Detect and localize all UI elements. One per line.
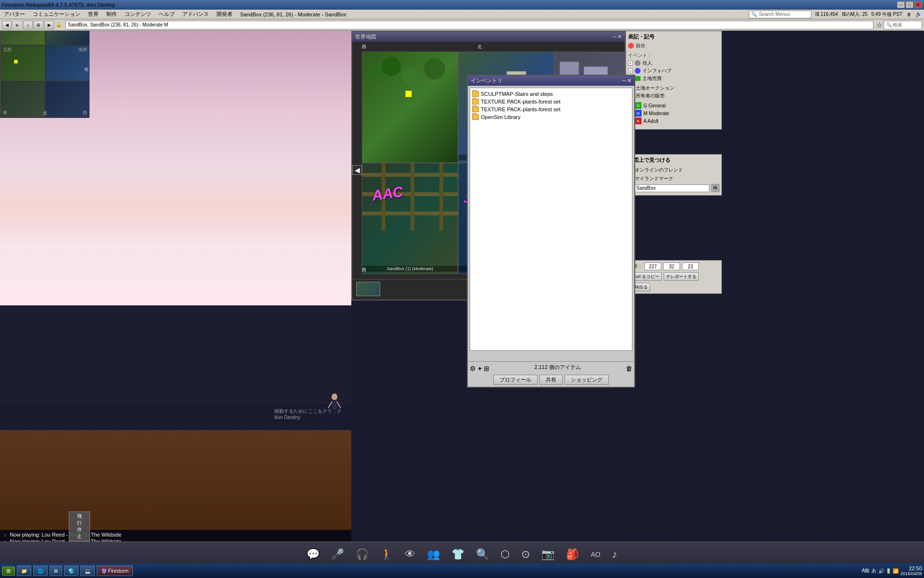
group-icon: 👥 [427,548,440,561]
search-menus-input[interactable]: 🔍 Search Menus [749,11,811,18]
menu-communication[interactable]: コミュニケーション [31,10,82,19]
legend-self: 自分 [628,42,719,49]
legend-self-section: 自分 [628,42,719,49]
inventory-close[interactable]: ✕ [627,78,631,84]
menu-advanced[interactable]: アドバンス [180,10,211,19]
profile-button[interactable]: プロフィール [493,375,538,385]
icon-mic[interactable]: 🎤 [331,548,344,561]
svg-rect-22 [439,163,443,231]
map-thumbnail[interactable] [356,282,380,296]
inventory-panel: インベントリ ─ ✕ SCULPTMAP-Stairs and steps TE… [467,75,635,388]
fly-stop-button[interactable]: 飛行停止 [69,512,90,541]
icon-walk[interactable]: 🚶 [380,548,393,561]
back-button[interactable]: ◀ [2,21,12,29]
inv-folder-3[interactable]: TEXTURE PACK-plants-forest set [472,105,630,113]
taskbar-ie[interactable]: 🌐 [33,565,48,576]
water-lines [0,206,351,405]
icon-search[interactable]: 🔍 [476,548,489,561]
folder-icon-1 [472,91,479,97]
forward-button[interactable]: ▶ [13,21,22,29]
inventory-toolbar: ⚙ + ⊞ 2,112 個のアイテム 🗑 [470,364,632,373]
search-input[interactable]: 🔍 検索 [884,21,922,29]
inv-folder-2[interactable]: TEXTURE PACK-plants-forest set [472,98,630,105]
restore-button[interactable]: □ [906,1,913,8]
inventory-minimize[interactable]: ─ [622,78,626,84]
search-icon: 🔍 [476,548,489,561]
menu-content[interactable]: コンテンツ [123,10,153,19]
sound-icon: ♪ [612,548,617,561]
close-button[interactable]: ✕ [914,1,922,8]
icon-shirt[interactable]: 👕 [451,548,464,561]
map-cell-1[interactable] [362,52,458,163]
inv-grid-icon[interactable]: ⊞ [484,365,489,372]
menu-avatar[interactable]: アバター [2,10,27,19]
taskbar-apps[interactable]: ⊞ [50,565,62,576]
inventory-title: インベントリ ─ ✕ [468,76,634,86]
menu-help[interactable]: ヘルプ [157,10,177,19]
menu-world[interactable]: 世界 [86,10,101,19]
icon-map[interactable]: ⬡ [500,548,510,561]
icon-snapshot[interactable]: 📷 [541,548,554,561]
taskbar-computer[interactable]: 💻 [80,565,95,576]
menu-location[interactable]: SandBox (236, 81, 26) - Moderate - SandB… [238,11,348,18]
find-sandbox: 検 [628,183,719,193]
coord-z[interactable] [682,263,699,270]
teleport-button[interactable]: テレポートする [664,272,699,281]
icon-chat[interactable]: 💬 [307,548,320,561]
bookmark-add-button[interactable]: ⊞ [34,21,43,29]
icon-ao[interactable]: AO [590,551,600,558]
win-clock: 22:50 2016/04/05 [900,565,922,576]
icon-eye[interactable]: 👁 [405,548,415,561]
coord-x[interactable] [644,263,661,270]
inventory-content[interactable]: SCULPTMAP-Stairs and steps TEXTURE PACK-… [470,88,632,351]
address-bar[interactable]: SandBox, SandBox (236, 81, 26) - Moderat… [65,21,873,29]
inv-action-buttons: プロフィール 共有 ショッピング [470,375,632,385]
icon-sound[interactable]: ♪ [612,548,617,561]
taskbar-explorer[interactable]: 📁 [17,565,31,576]
svg-line-2 [328,402,332,408]
teleport-button[interactable]: ▶ [44,21,54,29]
find-sandbox-input[interactable] [635,184,709,192]
taskbar-firestorm[interactable]: 🔮 Firestorm [97,565,133,576]
legend-infohub: ✓ インフォハブ [628,67,719,74]
residents-dot [635,60,641,66]
coord-y[interactable] [663,263,680,270]
inv-folder-1[interactable]: SCULPTMAP-Stairs and steps [472,90,630,98]
icon-destination[interactable]: ⊙ [521,548,530,561]
world-map-minimize[interactable]: ─ [613,34,616,40]
volume-button[interactable]: 🔊 [915,11,922,17]
shopping-button[interactable]: ショッピング [565,375,609,385]
share-button[interactable]: 共有 [539,375,563,385]
menu-create[interactable]: 制作 [104,10,119,19]
pause-button[interactable]: ⏸ [906,12,911,17]
legend-adult: A A Adult [628,118,719,124]
icon-group[interactable]: 👥 [427,548,440,561]
legend-general: ✓ G G General [628,102,719,109]
icon-headset[interactable]: 🎧 [356,548,369,561]
world-map-close[interactable]: ✕ [617,34,622,40]
bookmark-icon[interactable]: ☆ [876,21,883,29]
map-scroll-left[interactable]: ◀ [352,165,362,175]
menu-dev[interactable]: 開発者 [215,10,234,19]
taskbar-browser[interactable]: 🌏 [64,565,78,576]
infohub-check[interactable]: ✓ [628,68,633,73]
home-button[interactable]: ⌂ [23,21,33,29]
headset-icon: 🎧 [356,548,369,561]
inv-settings-icon[interactable]: ⚙ [470,365,476,372]
inv-trash-icon[interactable]: 🗑 [626,365,632,372]
map-cell-sandbox[interactable]: AAC SandBox (1) (Moderate) [362,163,458,274]
windows-taskbar: ⊞ 📁 🌐 ⊞ 🌏 💻 🔮 Firestorm A般 あ 🔊 🔋 📶 22:50… [0,564,924,578]
bag-icon: 🎒 [566,548,579,561]
inv-folder-4[interactable]: OpenSim Library [472,113,630,121]
legend-auction: 土地オークション [628,85,719,92]
moderate-icon: M [635,110,642,117]
find-friends: オンラインのフレンド [628,166,719,174]
menu-bar: アバター コミュニケーション 世界 制作 コンテンツ ヘルプ アドバンス 開発者… [0,10,924,19]
icon-bag[interactable]: 🎒 [566,548,579,561]
svg-point-7 [382,57,401,76]
inv-add-icon[interactable]: + [478,365,482,372]
find-search-btn[interactable]: 検 [711,184,719,192]
residents-check[interactable]: ✓ [628,61,633,66]
windows-start-button[interactable]: ⊞ [2,566,15,576]
minimize-button[interactable]: ─ [897,1,905,8]
